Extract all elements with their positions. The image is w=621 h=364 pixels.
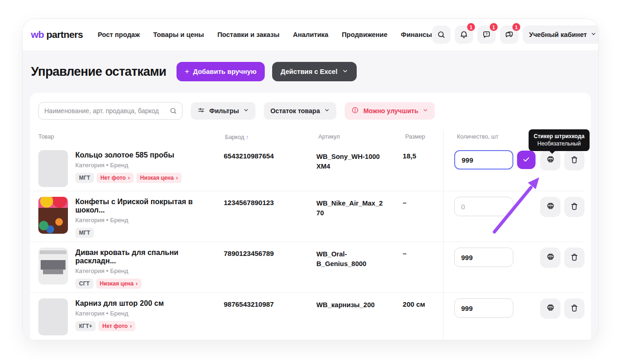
delete-row-button[interactable] [564,150,584,170]
tooltip-subtitle: Необязательный [534,140,584,147]
table-row: Кольцо золотое 585 пробы Категория • Бре… [30,145,584,191]
chevron-right-icon: › [176,175,178,181]
excel-actions-button[interactable]: Действия с Excel [272,62,357,81]
notifications-button[interactable]: 1 [455,25,473,44]
quantity-input[interactable] [454,150,513,170]
article-value: WB_Oral-B_Genius_8000 [317,248,386,269]
print-barcode-button[interactable] [540,248,560,268]
nav-goods-prices[interactable]: Товары и цены [153,31,204,38]
delete-row-button[interactable] [564,298,584,319]
nav-analytics[interactable]: Аналитика [293,31,329,38]
product-tags: КГТ+ Нет фото› [75,321,164,331]
wb-partners-logo: wb partners [31,29,83,40]
top-navigation-bar: wb partners Рост продаж Товары и цены По… [23,19,598,50]
trash-icon [570,303,579,314]
delete-row-button[interactable] [564,197,584,217]
nav-supplies-orders[interactable]: Поставки и заказы [217,31,280,38]
product-title: Конфеты с Ириской покрытая в шокол... [75,198,214,214]
print-barcode-button[interactable] [540,197,560,217]
trash-icon [570,202,579,212]
size-value: – [403,197,440,206]
header-product: Товар [38,133,225,140]
add-manually-button[interactable]: + Добавить вручную [177,62,265,81]
size-value: – [403,248,440,257]
delete-row-button[interactable] [564,248,584,268]
can-improve-dropdown[interactable]: Можно улучшить [345,102,435,120]
page-title: Управление остатками [31,65,166,79]
column-divider [443,130,444,340]
chat-bubbles-icon [505,30,514,39]
stock-dropdown[interactable]: Остаток товара [264,102,336,120]
product-search-input[interactable] [38,102,183,120]
table-row: Диван кровать для спальни раскладн... Ка… [30,242,584,292]
product-tags: МГТ Нет фото› Низкая цена› [75,173,182,183]
product-subtitle: Категория • Бренд [75,267,214,274]
trash-icon [570,155,579,166]
header-article: Артикул [318,133,405,140]
article-value: WB_Nike_Air_Max_270 [317,197,386,218]
account-menu[interactable]: Учебный кабинет [523,25,599,44]
confirm-quantity-button[interactable] [517,151,536,169]
add-manually-label: Добавить вручную [193,68,257,75]
product-image-placeholder [38,150,68,187]
header-barcode-sort[interactable]: Баркод↑ [225,133,318,140]
size-value: 200 см [403,298,440,308]
product-subtitle: Категория • Бренд [75,162,182,169]
improve-label: Можно улучшить [363,107,418,115]
product-image [38,197,68,234]
sort-asc-icon: ↑ [246,133,249,140]
product-title: Кольцо золотое 585 пробы [75,151,182,159]
svg-text:?: ? [486,32,488,36]
quantity-input[interactable] [454,298,513,318]
filters-dropdown[interactable]: Фильтры [191,102,256,120]
alert-circle-icon [351,106,359,115]
tag-no-photo[interactable]: Нет фото› [98,321,135,331]
size-value: 18,5 [403,150,440,160]
nav-promotion[interactable]: Продвижение [342,31,388,38]
filter-row: Фильтры Остаток товара [30,102,584,120]
chevron-right-icon: › [128,175,130,181]
search-button[interactable] [432,25,451,44]
printer-icon [546,303,555,314]
barcode-value: 9876543210987 [224,298,317,308]
barcode-value: 6543210987654 [224,150,317,160]
app-window: wb partners Рост продаж Товары и цены По… [22,18,599,340]
search-icon [437,30,446,39]
article-value: WB_карнизы_200 [317,298,386,310]
nav-sales-growth[interactable]: Рост продаж [97,31,140,38]
chevron-right-icon: › [136,280,138,287]
stock-label: Остаток товара [270,107,320,115]
tag-no-photo[interactable]: Нет фото› [97,173,134,183]
header-size: Размер [405,133,443,140]
printer-icon [546,252,555,263]
table-header-row: Товар Баркод↑ Артикул Размер Количество,… [30,129,584,145]
chevron-down-icon [422,107,428,115]
help-bubble-icon: ? [482,30,491,39]
product-subtitle: Категория • Бренд [75,217,214,224]
product-title: Диван кровать для спальни раскладн... [75,249,214,265]
tag-low-price[interactable]: Низкая цена› [136,173,182,183]
screen: wb partners Рост продаж Товары и цены По… [0,0,621,364]
product-subtitle: Категория • Бренд [75,310,164,317]
notifications-badge: 1 [467,23,475,31]
page-title-row: Управление остатками + Добавить вручную … [31,61,591,82]
logo-partners: partners [44,29,83,40]
chevron-down-icon [591,31,597,38]
help-badge: 1 [490,23,498,31]
print-barcode-button[interactable] [540,298,560,319]
chats-button[interactable]: 1 [500,25,518,44]
tag-low-price[interactable]: Низкая цена› [96,279,141,289]
printer-icon [546,155,555,166]
help-button[interactable]: ? 1 [477,25,496,44]
product-image [38,248,68,285]
barcode-value: 7890123456789 [224,248,317,257]
chevron-down-icon [243,107,249,115]
printer-icon [546,201,555,212]
quantity-input[interactable] [454,197,513,216]
quantity-input[interactable] [454,248,513,267]
article-value: WB_Sony_WH-1000 XM4 [317,150,386,171]
nav-finance[interactable]: Финансы [401,31,432,38]
table-row: Конфеты с Ириской покрытая в шокол... Ка… [30,191,584,242]
barcode-value: 1234567890123 [224,197,317,206]
tag-kgt: КГТ+ [75,321,96,331]
